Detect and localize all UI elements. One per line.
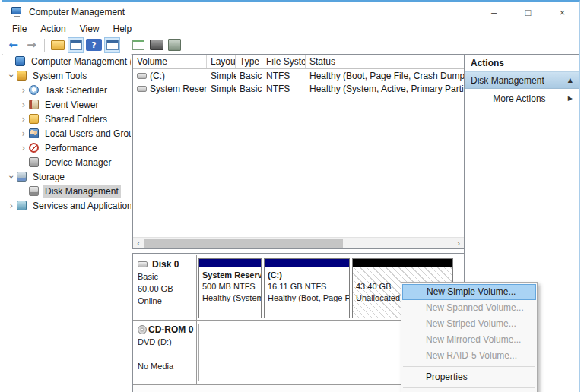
partition-system-reserved[interactable]: System Reserved 500 MB NTFS Healthy (Sys… (198, 258, 262, 318)
console-tree: › Computer Management (Local › System To… (3, 54, 131, 392)
toolbar: ←→? (2, 36, 579, 55)
chevron-right-icon[interactable]: › (18, 100, 29, 110)
partition-color-bar (199, 259, 261, 267)
sidebar-item-system-tools[interactable]: › System Tools (3, 68, 131, 83)
chevron-down-icon[interactable]: › (6, 172, 17, 182)
cdrom-media-status: No Media (138, 360, 193, 372)
cd-rom-icon (138, 325, 147, 334)
performance-icon (29, 143, 39, 153)
forward-icon[interactable]: → (24, 37, 40, 53)
menu-item-new-mirrored-volume: New Mirrored Volume... (402, 332, 537, 348)
menu-item-new-raid-5-volume: New RAID-5 Volume... (402, 348, 537, 364)
cdrom-name: CD-ROM 0 (148, 324, 193, 336)
close-button[interactable]: × (545, 2, 579, 22)
action-pane-toggle-icon[interactable] (104, 37, 120, 53)
disk0-status: Online (138, 295, 193, 307)
computer-icon (15, 56, 25, 66)
cdrom-label[interactable]: CD-ROM 0 DVD (D:) No Media (135, 321, 197, 384)
volume-list-header: VolumeLayoutTypeFile SystemStatus (133, 55, 464, 69)
more-actions-item[interactable]: More Actions ▶ (465, 89, 579, 108)
sidebar-item-event-viewer[interactable]: › Event Viewer (3, 97, 131, 112)
disk-management-icon (29, 186, 39, 196)
chevron-right-icon[interactable]: › (18, 143, 29, 153)
sidebar-item-shared-folders[interactable]: › Shared Folders (3, 112, 131, 126)
column-header-status[interactable]: Status (306, 55, 464, 68)
sidebar-item-performance[interactable]: › Performance (3, 141, 131, 155)
chevron-right-icon[interactable]: › (18, 114, 29, 125)
manage-icon[interactable] (167, 37, 182, 53)
task-scheduler-icon (29, 85, 39, 95)
horizontal-scrollbar[interactable]: ‹ › (133, 237, 464, 248)
sidebar-item-device-manager[interactable]: › Device Manager (3, 155, 131, 169)
window-title: Computer Management (29, 7, 125, 17)
chevron-down-icon[interactable]: › (6, 71, 17, 81)
menu-separator (403, 387, 535, 388)
menu-action[interactable]: Action (33, 23, 72, 35)
sidebar-item-local-users-and-groups[interactable]: › Local Users and Groups (3, 126, 131, 141)
column-header-file-system[interactable]: File System (262, 55, 306, 68)
sidebar-item-disk-management[interactable]: › Disk Management (3, 184, 131, 198)
chevron-right-icon[interactable]: › (18, 128, 29, 139)
volume-row-c[interactable]: (C:) Simple Basic NTFS Healthy (Boot, Pa… (133, 69, 464, 82)
partition-color-bar (265, 259, 349, 267)
column-header-volume[interactable]: Volume (133, 55, 207, 68)
back-icon[interactable]: ← (5, 37, 21, 53)
sidebar-item-task-scheduler[interactable]: › Task Scheduler (3, 83, 131, 97)
menu-file[interactable]: File (5, 23, 33, 35)
device-manager-icon (29, 157, 39, 167)
disk-icon (138, 261, 148, 267)
help-icon[interactable]: ? (86, 39, 102, 51)
menu-item-new-simple-volume[interactable]: New Simple Volume... (402, 284, 536, 300)
menu-item-new-striped-volume: New Striped Volume... (402, 316, 537, 332)
close-icon: × (560, 7, 566, 18)
volume-row-system-reserved[interactable]: System Reserved Simple Basic NTFS Health… (133, 82, 464, 95)
column-header-type[interactable]: Type (236, 55, 262, 68)
disk0-label[interactable]: Disk 0 Basic 60.00 GB Online (135, 255, 197, 320)
scroll-right-icon[interactable]: › (453, 238, 464, 248)
disk0-name: Disk 0 (152, 258, 179, 270)
toolbar-separator (125, 39, 125, 52)
refresh-icon[interactable] (130, 37, 146, 53)
sidebar-item-storage[interactable]: › Storage (3, 169, 131, 184)
volume-list-panel: VolumeLayoutTypeFile SystemStatus (C:) S… (132, 54, 465, 249)
console-tree-toggle-icon[interactable] (68, 37, 84, 53)
partition-color-bar (353, 259, 452, 267)
minimize-icon: – (491, 7, 497, 18)
volume-icon (137, 73, 147, 79)
minimize-button[interactable]: – (477, 2, 511, 22)
scroll-left-icon[interactable]: ‹ (133, 238, 144, 248)
expand-icon: ▶ (568, 95, 573, 102)
system-tools-icon (17, 71, 27, 81)
collapse-icon[interactable]: ▲ (568, 77, 573, 84)
computer-management-app-icon (11, 7, 23, 17)
column-header-layout[interactable]: Layout (207, 55, 236, 68)
local-users-icon (29, 128, 39, 138)
titlebar: Computer Management –□× (2, 2, 579, 22)
event-viewer-icon (29, 100, 39, 109)
up-folder-icon[interactable] (49, 37, 65, 53)
chevron-right-icon[interactable]: › (6, 201, 17, 211)
maximize-button[interactable]: □ (511, 2, 545, 22)
cdrom-drive-letter: DVD (D:) (138, 336, 193, 348)
context-menu: New Simple Volume...New Spanned Volume..… (401, 282, 538, 392)
computer-management-window: Computer Management –□× FileActionViewHe… (2, 0, 580, 392)
storage-icon (17, 172, 27, 182)
menu-view[interactable]: View (73, 23, 106, 35)
actions-panel-title: Actions (465, 55, 579, 71)
menu-separator (403, 366, 535, 367)
menu-help[interactable]: Help (106, 23, 139, 35)
services-icon (17, 201, 27, 210)
actions-group-disk-management[interactable]: Disk Management ▲ (465, 71, 579, 89)
sidebar-item-services-and-applications[interactable]: › Services and Applications (3, 198, 131, 213)
volume-list-rows: (C:) Simple Basic NTFS Healthy (Boot, Pa… (133, 69, 464, 95)
toolbar-separator (44, 39, 45, 52)
properties-icon[interactable] (148, 37, 164, 53)
menu-item-properties[interactable]: Properties (402, 369, 537, 385)
sidebar-item-computer-management-local[interactable]: › Computer Management (Local (3, 54, 131, 68)
partition-c[interactable]: (C:) 16.11 GB NTFS Healthy (Boot, Page F… (264, 258, 350, 318)
window-controls: –□× (477, 2, 579, 22)
volume-icon (137, 86, 147, 92)
chevron-right-icon[interactable]: › (18, 85, 29, 96)
scrollbar-thumb[interactable] (144, 239, 343, 248)
disk0-type: Basic (138, 270, 193, 283)
